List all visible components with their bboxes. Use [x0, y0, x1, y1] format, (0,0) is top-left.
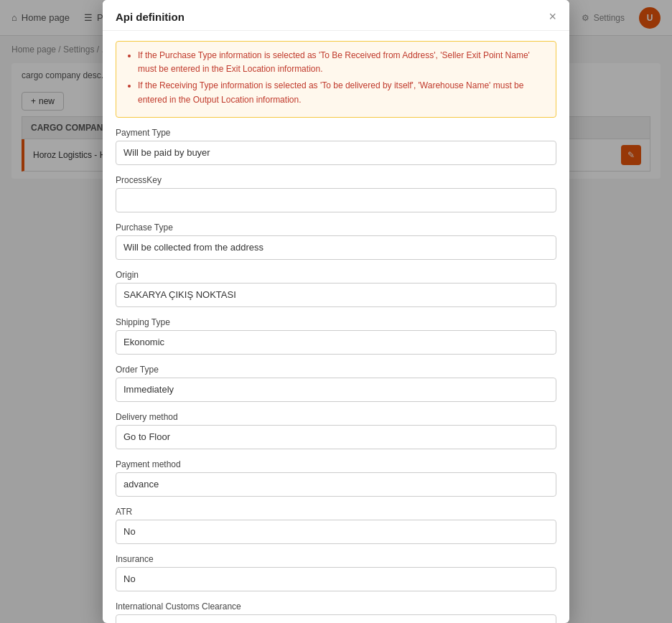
modal-title: Api definition [116, 11, 185, 23]
form-group-payment-type-input: Payment Type [116, 128, 556, 165]
alert-item-2: If the Receiving Type information is sel… [138, 79, 546, 106]
label-payment-method-input: Payment method [116, 459, 556, 469]
form-group-purchase-type-input: Purchase Type [116, 222, 556, 260]
label-origin-input: Origin [116, 270, 556, 280]
modal-header: Api definition × [103, 0, 569, 31]
form-group-insurance-input: Insurance [116, 554, 556, 591]
purchase-type-input[interactable] [116, 235, 556, 260]
modal-form: Payment TypeProcessKeyPurchase TypeOrigi… [103, 128, 569, 623]
process-key-input[interactable] [116, 188, 556, 212]
form-group-delivery-method-input: Delivery method [116, 412, 556, 449]
label-insurance-input: Insurance [116, 554, 556, 564]
form-group-atr-input: ATR [116, 507, 556, 544]
modal-overlay: Api definition × If the Purchase Type in… [0, 0, 672, 623]
atr-input[interactable] [116, 520, 556, 544]
form-group-payment-method-input: Payment method [116, 459, 556, 497]
label-process-key-input: ProcessKey [116, 175, 556, 185]
alert-item-1: If the Purchase Type information is sele… [138, 49, 546, 76]
shipping-type-input[interactable] [116, 330, 556, 355]
form-group-intl-customs-input: International Customs Clearance [116, 601, 556, 623]
modal-close-button[interactable]: × [549, 10, 556, 23]
label-order-type-input: Order Type [116, 365, 556, 375]
form-group-process-key-input: ProcessKey [116, 175, 556, 212]
intl-customs-input[interactable] [116, 614, 556, 623]
label-delivery-method-input: Delivery method [116, 412, 556, 422]
label-payment-type-input: Payment Type [116, 128, 556, 138]
payment-method-input[interactable] [116, 472, 556, 497]
order-type-input[interactable] [116, 378, 556, 402]
form-group-shipping-type-input: Shipping Type [116, 317, 556, 355]
form-group-order-type-input: Order Type [116, 365, 556, 402]
label-intl-customs-input: International Customs Clearance [116, 601, 556, 612]
label-shipping-type-input: Shipping Type [116, 317, 556, 327]
label-atr-input: ATR [116, 507, 556, 517]
form-group-origin-input: Origin [116, 270, 556, 307]
insurance-input[interactable] [116, 567, 556, 591]
delivery-method-input[interactable] [116, 425, 556, 449]
payment-type-input[interactable] [116, 141, 556, 165]
alert-warning: If the Purchase Type information is sele… [116, 41, 556, 118]
api-definition-modal: Api definition × If the Purchase Type in… [103, 0, 569, 623]
origin-input[interactable] [116, 283, 556, 307]
label-purchase-type-input: Purchase Type [116, 222, 556, 233]
